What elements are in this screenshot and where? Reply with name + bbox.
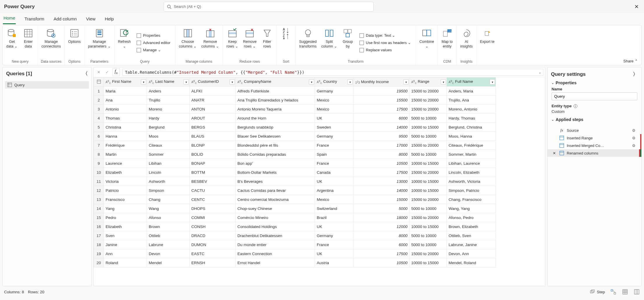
ribbon-use-first-row-as-headers-[interactable]: Use first row as headers ⌄ <box>358 40 412 46</box>
row-number[interactable]: 5 <box>94 123 104 132</box>
cell[interactable]: 17500 <box>354 168 410 177</box>
row-number[interactable]: 18 <box>94 240 104 249</box>
cell[interactable]: Chang <box>147 195 190 204</box>
row-number[interactable]: 19 <box>94 249 104 258</box>
row-number[interactable]: 13 <box>94 195 104 204</box>
cell[interactable]: 13000 <box>354 177 410 186</box>
cell[interactable]: Citeaux, Frédérique <box>447 141 496 150</box>
cell[interactable]: Eastern Connection <box>236 249 315 258</box>
step-inserted-range[interactable]: Inserted Range⚙ <box>547 134 641 142</box>
filter-icon[interactable]: ▾ <box>441 79 446 85</box>
cell[interactable]: 8000 <box>354 231 410 240</box>
cell[interactable]: Ottlieb <box>147 231 190 240</box>
cell[interactable]: Afonso <box>147 213 190 222</box>
cell[interactable]: Thomas <box>104 114 147 123</box>
cell[interactable]: COMMI <box>190 213 236 222</box>
collapse-queries-icon[interactable]: 〈 <box>83 70 88 77</box>
cell[interactable]: ANTON <box>190 105 236 114</box>
row-number[interactable]: 20 <box>94 258 104 267</box>
filter-icon[interactable]: ▾ <box>347 79 353 85</box>
cell[interactable]: Roland <box>104 258 147 267</box>
cell[interactable]: Sven <box>104 231 147 240</box>
step-source[interactable]: fxSource⚙ <box>547 127 641 134</box>
cell[interactable]: Ottlieb, Sven <box>447 231 496 240</box>
cell[interactable]: Trujillo <box>147 96 190 105</box>
gear-icon[interactable]: ⚙ <box>632 136 637 140</box>
filter-icon[interactable]: ▾ <box>490 79 495 85</box>
accept-formula-icon[interactable]: ✓ <box>104 70 110 74</box>
cell[interactable]: Mexico <box>315 195 354 204</box>
cell[interactable]: DRACD <box>190 231 236 240</box>
cancel-formula-icon[interactable]: ✕ <box>95 70 102 74</box>
cell[interactable]: Sommer, Martin <box>447 150 496 159</box>
cell[interactable]: Patricio <box>104 186 147 195</box>
cell[interactable]: 10000 to 15000 <box>410 222 447 231</box>
cell[interactable]: 14000 <box>354 186 410 195</box>
ribbon-enter[interactable]: Enterdata <box>21 27 36 59</box>
gear-icon[interactable]: ⚙ <box>632 143 637 148</box>
cell[interactable]: 5000 to 10000 <box>410 150 447 159</box>
cell[interactable]: Mexico <box>315 105 354 114</box>
menu-add-column[interactable]: Add column <box>53 15 77 24</box>
step-inserted-merged-co-[interactable]: Inserted Merged Co…⚙ <box>547 142 641 149</box>
delete-step-icon[interactable]: ✕ <box>552 151 557 155</box>
cell[interactable]: 12000 <box>354 222 410 231</box>
cell[interactable]: BOTTM <box>190 168 236 177</box>
cell[interactable]: Austria <box>315 258 354 267</box>
cell[interactable]: Brown, Elizabeth <box>447 222 496 231</box>
ribbon-manage[interactable]: Manageparameters ⌄ <box>86 27 113 59</box>
cell[interactable]: 10000 to 15000 <box>410 159 447 168</box>
chevron-down-icon[interactable]: ⌄ <box>539 71 541 74</box>
row-number[interactable]: 3 <box>94 105 104 114</box>
formula-bar[interactable]: Table.RenameColumns(#"Inserted Merged Co… <box>122 69 543 76</box>
cell[interactable]: Berglunds snabbköp <box>236 123 315 132</box>
cell[interactable]: Moreno <box>147 105 190 114</box>
cell[interactable]: Anders <box>147 87 190 96</box>
cell[interactable]: BLAUS <box>190 132 236 141</box>
cell[interactable]: Antonio <box>104 105 147 114</box>
cell[interactable]: Germany <box>315 132 354 141</box>
cell[interactable]: Devon, Ann <box>447 249 496 258</box>
cell[interactable]: Ernst Handel <box>236 258 315 267</box>
cell[interactable]: 18000 <box>354 213 410 222</box>
cell[interactable]: France <box>315 141 354 150</box>
row-number[interactable]: 16 <box>94 222 104 231</box>
ribbon-manage[interactable]: Manageconnections <box>40 27 63 59</box>
cell[interactable]: Citeaux <box>147 141 190 150</box>
applied-steps-heading[interactable]: ⌄Applied steps <box>552 117 637 122</box>
cell[interactable]: 10000 to 15000 <box>410 258 447 267</box>
ribbon-remove[interactable]: Removerows ⌄ <box>241 27 258 59</box>
cell[interactable]: Cactus Comidas para llevar <box>236 186 315 195</box>
column-header-country[interactable]: ABCCountry▾ <box>315 78 354 87</box>
cell[interactable]: Argentina <box>315 186 354 195</box>
cell[interactable]: 15500 <box>354 96 410 105</box>
grid-view-icon[interactable] <box>622 289 628 295</box>
cell[interactable]: 9500 <box>354 132 410 141</box>
ribbon-manage-[interactable]: Manage ⌄ <box>135 47 172 53</box>
cell[interactable]: Ana <box>104 96 147 105</box>
cell[interactable]: 5000 to 10000 <box>410 231 447 240</box>
cell[interactable]: Brown <box>147 222 190 231</box>
filter-icon[interactable]: ▾ <box>403 79 409 85</box>
cell[interactable]: Martin <box>104 150 147 159</box>
cell[interactable]: Spain <box>315 150 354 159</box>
cell[interactable]: BONAP <box>190 159 236 168</box>
cell[interactable]: Blauer See Delikatessen <box>236 132 315 141</box>
ribbon-data-type-text-[interactable]: Data type: Text ⌄ <box>358 32 412 39</box>
cell[interactable]: 5000 <box>354 204 410 213</box>
cell[interactable]: Simpson <box>147 186 190 195</box>
row-number[interactable]: 17 <box>94 231 104 240</box>
cell[interactable]: Canada <box>315 168 354 177</box>
cell[interactable]: B's Beverages <box>236 177 315 186</box>
cell[interactable]: Elizabeth <box>104 168 147 177</box>
cell[interactable]: Labrune, Janine <box>447 240 496 249</box>
cell[interactable]: Christina <box>104 123 147 132</box>
column-header-full-name[interactable]: ABCFull Name▾ <box>447 78 496 87</box>
cell[interactable]: DHOPS <box>190 204 236 213</box>
step-nav[interactable]: Step <box>590 289 605 294</box>
cell[interactable]: 5000 to 10000 <box>410 204 447 213</box>
cell[interactable]: ALFKI <box>190 87 236 96</box>
cell[interactable]: Mendel, Roland <box>447 258 496 267</box>
cell[interactable]: Moreno, Antonio <box>447 105 496 114</box>
cell[interactable]: 10500 <box>354 159 410 168</box>
